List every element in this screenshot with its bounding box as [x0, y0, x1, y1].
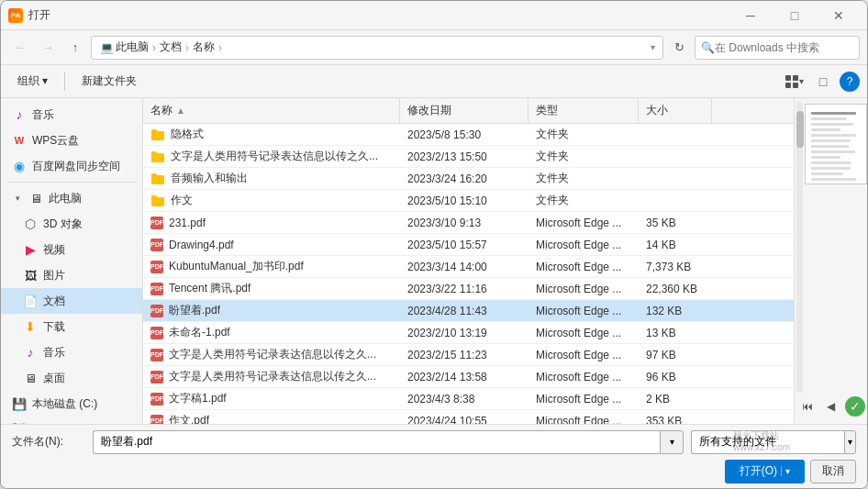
- file-cell-size: 2 KB: [639, 388, 712, 409]
- sidebar-item-downloads[interactable]: ⬇ 下载: [1, 314, 142, 339]
- sidebar-item-music[interactable]: ♪ 音乐: [1, 102, 142, 128]
- sidebar-item-music2[interactable]: ♪ 音乐: [1, 339, 142, 365]
- breadcrumb-pc[interactable]: 此电脑: [116, 39, 149, 55]
- refresh-button[interactable]: ↻: [667, 36, 691, 60]
- table-row[interactable]: PDFKubuntuManual_加书印.pdf2023/3/14 14:00M…: [143, 256, 794, 278]
- preview-confirm-button[interactable]: ✓: [845, 396, 865, 417]
- file-cell-size: 22,360 KB: [639, 278, 712, 299]
- action-row: 打开(O) ▾ 取消: [12, 460, 856, 483]
- back-button[interactable]: ←: [8, 36, 32, 60]
- file-cell-size: [639, 146, 712, 167]
- file-cell-type: Microsoft Edge ...: [529, 366, 639, 387]
- filename-dropdown[interactable]: ▾: [660, 430, 684, 454]
- downloads-icon: ⬇: [23, 319, 38, 334]
- file-list[interactable]: 隐格式2023/5/8 15:30文件夹文字是人类用符号记录表达信息以传之久..…: [143, 124, 794, 424]
- video-icon: ▶: [23, 242, 38, 257]
- file-cell-type: Microsoft Edge ...: [529, 344, 639, 365]
- file-name-text: 隐格式: [171, 127, 204, 142]
- breadcrumb-docs[interactable]: 文档: [160, 39, 182, 55]
- filetype-dropdown[interactable]: ▾: [844, 430, 856, 454]
- sidebar-item-desktop[interactable]: 🖥 桌面: [1, 365, 142, 391]
- pdf-icon: PDF: [150, 239, 163, 251]
- thispc-expand-icon[interactable]: ▾: [12, 193, 23, 204]
- up-button[interactable]: ↑: [63, 36, 87, 60]
- cancel-button[interactable]: 取消: [810, 460, 856, 483]
- table-row[interactable]: PDFTencent 腾讯.pdf2023/3/22 11:16Microsof…: [143, 278, 794, 300]
- organize-button[interactable]: 组织 ▾: [8, 69, 57, 94]
- sidebar-label-desktop: 桌面: [43, 371, 65, 386]
- table-row[interactable]: PDF未命名-1.pdf2023/2/10 13:19Microsoft Edg…: [143, 322, 794, 344]
- search-input[interactable]: [715, 41, 853, 54]
- search-icon: 🔍: [701, 41, 715, 54]
- preview-prev-button[interactable]: ◀: [821, 396, 841, 417]
- col-header-type[interactable]: 类型: [529, 98, 639, 123]
- file-cell-type: Microsoft Edge ...: [529, 322, 639, 343]
- sidebar-item-diskc[interactable]: 💾 本地磁盘 (C:): [1, 391, 142, 417]
- minimize-button[interactable]: ─: [729, 1, 772, 30]
- breadcrumb-sep3: ›: [218, 41, 222, 54]
- view-dropdown[interactable]: ▾: [799, 76, 804, 86]
- col-header-date[interactable]: 修改日期: [400, 98, 529, 123]
- table-row[interactable]: 文字是人类用符号记录表达信息以传之久...2023/2/13 15:50文件夹: [143, 146, 794, 168]
- folder-icon: [150, 128, 165, 142]
- col-header-size[interactable]: 大小: [639, 98, 712, 123]
- file-cell-date: 2023/5/8 15:30: [400, 124, 529, 145]
- file-cell-date: 2023/2/10 13:19: [400, 322, 529, 343]
- col-header-name[interactable]: 名称 ▲: [143, 98, 400, 123]
- sidebar-item-wps[interactable]: W WPS云盘: [1, 128, 142, 153]
- desktop-icon: 🖥: [23, 371, 38, 385]
- preview-first-button[interactable]: ⏮: [797, 396, 818, 417]
- sidebar-separator: [8, 182, 135, 183]
- sidebar-item-baidu[interactable]: ◉ 百度网盘同步空间: [1, 153, 142, 179]
- layout-button[interactable]: □: [810, 69, 836, 94]
- breadcrumb: 💻 此电脑 › 文档 › 名称 › ▾: [91, 36, 663, 60]
- file-cell-size: 96 KB: [639, 366, 712, 387]
- table-row[interactable]: 音频输入和输出2023/3/24 16:20文件夹: [143, 168, 794, 190]
- sidebar-item-3d[interactable]: ⬡ 3D 对象: [1, 211, 142, 237]
- sidebar-item-pictures[interactable]: 🖼 图片: [1, 262, 142, 288]
- filename-row: 文件名(N): ▾ ▾: [12, 430, 856, 454]
- table-row[interactable]: PDF231.pdf2023/3/10 9:13Microsoft Edge .…: [143, 212, 794, 234]
- table-row[interactable]: 隐格式2023/5/8 15:30文件夹: [143, 124, 794, 146]
- sidebar-item-documents[interactable]: 📄 文档: [1, 288, 142, 314]
- file-cell-size: 13 KB: [639, 322, 712, 343]
- new-folder-button[interactable]: 新建文件夹: [72, 69, 146, 94]
- wps-icon: W: [12, 133, 27, 148]
- file-cell-type: Microsoft Edge ...: [529, 388, 639, 409]
- filetype-input[interactable]: [691, 430, 844, 454]
- open-button[interactable]: 打开(O) ▾: [725, 460, 805, 483]
- preview-scrollbar[interactable]: [796, 102, 803, 393]
- toolbar-separator: [64, 72, 65, 91]
- forward-button[interactable]: →: [36, 36, 60, 60]
- sidebar-item-diskd[interactable]: 💾 软件 (D:): [1, 417, 142, 424]
- music-icon: ♪: [12, 107, 27, 122]
- file-name-text: 音频输入和输出: [171, 171, 248, 186]
- col-date-label: 修改日期: [407, 103, 451, 118]
- table-row[interactable]: PDF文字是人类用符号记录表达信息以传之久...2023/2/14 13:58M…: [143, 366, 794, 388]
- close-button[interactable]: ✕: [818, 1, 860, 30]
- sidebar-item-video[interactable]: ▶ 视频: [1, 237, 142, 262]
- table-row[interactable]: PDF作文.pdf2023/4/24 10:55Microsoft Edge .…: [143, 410, 794, 424]
- breadcrumb-downloads[interactable]: 名称: [193, 39, 215, 55]
- maximize-button[interactable]: □: [773, 1, 816, 30]
- table-row[interactable]: 作文2023/5/10 15:10文件夹: [143, 190, 794, 212]
- table-row[interactable]: PDF文字是人类用符号记录表达信息以传之久...2023/2/15 11:23M…: [143, 344, 794, 366]
- open-dropdown-icon[interactable]: ▾: [781, 466, 790, 476]
- file-name-text: 未命名-1.pdf: [169, 325, 230, 340]
- sidebar-item-thispc[interactable]: ▾ 🖥 此电脑: [1, 185, 142, 211]
- filename-input[interactable]: [93, 430, 660, 454]
- preview-pane: ⏮ ◀ ✓: [794, 98, 867, 424]
- view-toggle-button[interactable]: ▾: [781, 69, 807, 94]
- table-row[interactable]: PDFDrawing4.pdf2023/5/10 15:57Microsoft …: [143, 234, 794, 256]
- table-row[interactable]: PDF文字稿1.pdf2023/4/3 8:38Microsoft Edge .…: [143, 388, 794, 410]
- file-cell-size: [639, 190, 712, 211]
- file-cell-date: 2023/2/14 13:58: [400, 366, 529, 387]
- help-button[interactable]: ?: [840, 72, 860, 92]
- col-size-label: 大小: [646, 103, 668, 118]
- file-cell-date: 2023/5/10 15:57: [400, 234, 529, 255]
- table-row[interactable]: PDF盼望着.pdf2023/4/28 11:43Microsoft Edge …: [143, 300, 794, 322]
- diskc-icon: 💾: [12, 396, 27, 411]
- breadcrumb-dropdown[interactable]: ▾: [651, 42, 655, 52]
- file-cell-size: 97 KB: [639, 344, 712, 365]
- app-icon: PA: [8, 8, 23, 23]
